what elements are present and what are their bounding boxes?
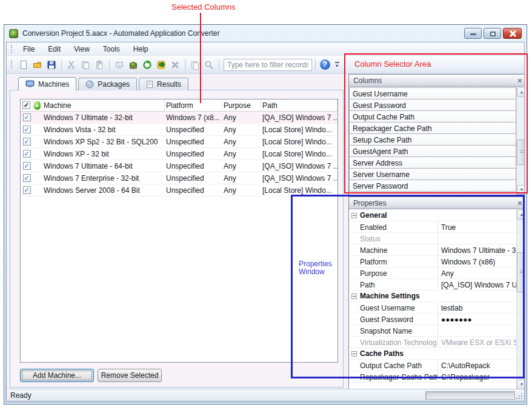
maximize-button[interactable] [484, 28, 501, 39]
column-item[interactable]: Server Address [349, 156, 516, 169]
property-value[interactable]: Any [438, 267, 516, 278]
column-header-platform[interactable]: Platform [165, 99, 222, 111]
toolbar-overflow-button[interactable]: ▼ [333, 58, 341, 72]
close-button[interactable] [503, 28, 522, 39]
tab-results[interactable]: Results [139, 78, 188, 90]
run-conversion-button[interactable] [155, 58, 168, 72]
property-group-row[interactable]: Machine Settings [349, 291, 516, 302]
preview-button[interactable] [202, 58, 216, 72]
cut-button[interactable] [65, 58, 78, 72]
close-icon[interactable]: × [517, 77, 522, 84]
menu-tools[interactable]: Tools [96, 43, 127, 55]
property-value[interactable]: testlab [438, 302, 516, 313]
property-row[interactable]: Virtualization Technolog VMware ESX or E… [349, 337, 516, 348]
property-value[interactable]: Windows 7 (x86) [438, 256, 516, 267]
machine-row[interactable]: ✓ Windows 7 Enterprise - 32-bit Unspecif… [21, 172, 337, 184]
row-checkbox[interactable]: ✓ [21, 148, 33, 160]
property-row[interactable]: Guest Username testlab [349, 302, 516, 314]
machine-row[interactable]: ✓ Windows XP Sp2 - 32 Bit - SQL200 Unspe… [21, 136, 337, 148]
collapse-icon[interactable] [349, 348, 359, 359]
tab-machines[interactable]: Machines [18, 77, 76, 90]
property-row[interactable]: Snapshot Name [349, 325, 516, 337]
collapse-icon[interactable] [349, 291, 359, 301]
row-checkbox[interactable]: ✓ [21, 124, 33, 135]
columns-scrollbar[interactable]: ▲ ▼ [516, 87, 524, 195]
resize-grip[interactable] [515, 392, 522, 399]
menu-help[interactable]: Help [127, 43, 155, 55]
property-row[interactable]: Path [QA_ISO] Windows 7 Ul [349, 279, 516, 291]
property-row[interactable]: Purpose Any [349, 267, 516, 279]
property-row[interactable]: Guest Password ●●●●●●● [349, 314, 516, 325]
save-button[interactable] [45, 58, 58, 72]
property-row[interactable]: Enabled True [349, 221, 516, 233]
collapse-icon[interactable] [349, 210, 359, 221]
property-row[interactable]: Platform Windows 7 (x86) [349, 256, 516, 267]
copy-button[interactable] [79, 58, 92, 72]
menu-grip[interactable] [11, 45, 12, 53]
column-item[interactable]: Guest Username [349, 87, 516, 99]
column-item[interactable]: Server Password [349, 180, 516, 192]
scroll-up-icon[interactable]: ▲ [517, 87, 524, 97]
property-value[interactable]: [QA_ISO] Windows 7 Ul [438, 279, 516, 290]
machine-row[interactable]: ✓ Windows Vista - 32 bit Unspecified Any… [21, 124, 337, 136]
row-checkbox[interactable]: ✓ [21, 172, 33, 184]
property-row[interactable]: Status [349, 233, 516, 244]
column-item[interactable]: Repackager Cache Path [349, 122, 516, 134]
property-value[interactable]: True [438, 221, 516, 232]
menu-view[interactable]: View [67, 43, 96, 55]
property-value[interactable]: ●●●●●●● [438, 314, 516, 324]
property-value[interactable]: C:\AutoRepack [438, 360, 516, 371]
property-group-row[interactable]: Cache Paths [349, 348, 516, 360]
row-checkbox[interactable]: ✓ [21, 184, 33, 196]
scrollbar-thumb[interactable] [517, 139, 524, 165]
toolbar-grip[interactable] [11, 61, 12, 69]
machine-row[interactable]: ✓ Windows Server 2008 - 64 Bit Unspecifi… [21, 184, 337, 197]
cell-platform: Unspecified [165, 172, 222, 184]
machine-row[interactable]: ✓ Windows 7 Ultimate - 32-bit Windows 7 … [21, 112, 337, 124]
scroll-down-icon[interactable]: ▼ [517, 185, 524, 195]
scrollbar-thumb[interactable] [517, 252, 524, 292]
property-row[interactable]: Machine Windows 7 Ultimate - 3 [349, 244, 516, 256]
row-checkbox[interactable]: ✓ [21, 112, 33, 123]
add-machine-button[interactable]: Add Machine... [20, 369, 94, 382]
column-item[interactable]: GuestAgent Path [349, 145, 516, 157]
minimize-button[interactable] [464, 28, 482, 39]
machine-row[interactable]: ✓ Windows 7 Ultimate - 64-bit Unspecifie… [21, 160, 337, 172]
column-header-machine[interactable]: Machine [42, 99, 165, 111]
column-item[interactable]: Guest Password [349, 99, 516, 111]
filter-records-input[interactable] [224, 59, 312, 71]
stop-button[interactable] [168, 58, 182, 72]
remove-selected-button[interactable]: Remove Selected [98, 369, 162, 382]
column-header-purpose[interactable]: Purpose [222, 99, 261, 111]
run-column-header[interactable]: ▶ [33, 99, 42, 111]
paste-button[interactable] [93, 58, 106, 72]
column-item[interactable]: Output Cache Path [349, 110, 516, 123]
row-checkbox[interactable]: ✓ [21, 160, 33, 172]
machine-row[interactable]: ✓ Windows XP - 32 bit Unspecified Any [L… [21, 148, 337, 160]
property-group-row[interactable]: General [349, 210, 516, 221]
package-button[interactable] [127, 58, 140, 72]
menu-file[interactable]: File [16, 43, 41, 55]
connect-machine-button[interactable] [113, 58, 126, 72]
menu-edit[interactable]: Edit [41, 43, 67, 55]
open-project-button[interactable] [31, 58, 44, 72]
property-row[interactable]: Repackager Cache Path C:\Repackager [349, 371, 516, 383]
cell-path: [Local Store] Windo... [261, 148, 337, 160]
scroll-down-icon[interactable]: ▼ [517, 380, 524, 389]
tab-packages[interactable]: Packages [78, 78, 137, 90]
property-value[interactable]: C:\Repackager [438, 371, 516, 382]
column-item[interactable]: Server Username [349, 168, 516, 180]
properties-scrollbar[interactable]: ▲ ▼ [516, 210, 524, 389]
column-header-path[interactable]: Path [261, 99, 337, 111]
column-item[interactable]: Setup Cache Path [349, 133, 516, 146]
new-project-button[interactable] [17, 58, 30, 72]
select-all-checkbox[interactable]: ✓ [21, 99, 33, 111]
row-checkbox[interactable]: ✓ [21, 136, 33, 147]
scroll-up-icon[interactable]: ▲ [517, 210, 524, 220]
close-icon[interactable]: × [517, 200, 522, 207]
help-button[interactable]: ? [319, 59, 331, 71]
property-value[interactable] [438, 325, 516, 336]
property-value[interactable]: Windows 7 Ultimate - 3 [438, 244, 516, 255]
refresh-button[interactable] [141, 58, 154, 72]
property-row[interactable]: Output Cache Path C:\AutoRepack [349, 360, 516, 371]
